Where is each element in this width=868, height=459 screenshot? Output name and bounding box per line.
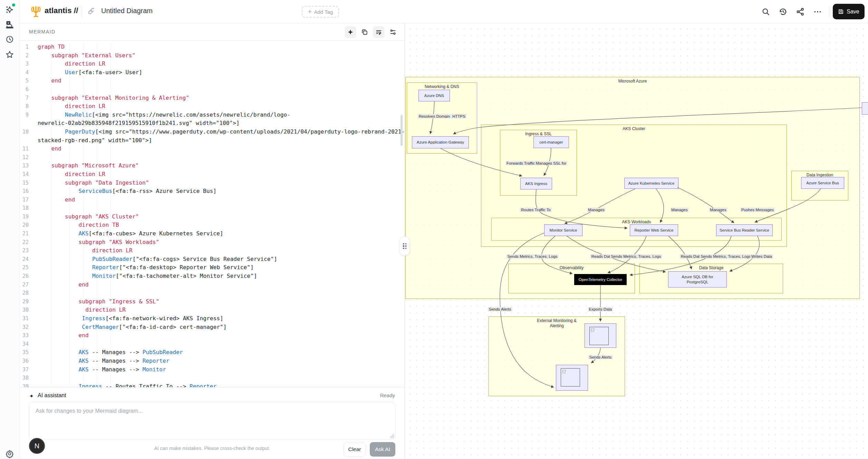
edge-label: Manages	[709, 208, 727, 212]
divider	[829, 6, 829, 17]
code-line[interactable]: 10PagerDuty[<img src="https://www.pagerd…	[20, 128, 405, 136]
code-line[interactable]: 25Reporter["<fa:fa-desktop> Reporter Web…	[20, 263, 405, 272]
ask-ai-button[interactable]: Ask AI	[370, 442, 395, 457]
sparkles-icon[interactable]	[5, 5, 14, 14]
code-line[interactable]: 35AKS -- Manages --> PubSubReader	[20, 348, 405, 357]
resize-handle-icon[interactable]	[389, 433, 395, 439]
edge-label: Sends Alerts	[488, 307, 512, 311]
code-editor[interactable]: 1graph TD2subgraph "External Users"3dire…	[20, 41, 405, 387]
search-icon[interactable]	[761, 7, 770, 16]
code-line[interactable]: 15subgraph "Data Ingestion"	[20, 179, 405, 187]
code-line[interactable]: 5end	[20, 77, 405, 85]
line-number	[20, 119, 33, 128]
floppy-icon	[838, 9, 844, 14]
gear-icon[interactable]	[5, 449, 14, 458]
workflow-settings-icon[interactable]	[387, 26, 399, 38]
document-title[interactable]: Untitled Diagram	[101, 7, 153, 15]
add-tag-button[interactable]: +Add Tag	[302, 6, 339, 18]
more-ellipsis-icon[interactable]	[813, 7, 822, 16]
copy-icon[interactable]	[359, 26, 370, 38]
pane-resize-handle[interactable]	[399, 236, 410, 256]
code-line[interactable]: 31Ingress[<fa:fa-network-wired> AKS Ingr…	[20, 314, 405, 323]
code-line[interactable]: 24PubSubReader["<fa:fa-cogs> Service Bus…	[20, 255, 405, 264]
ai-sparkle-icon[interactable]	[345, 26, 356, 38]
code-line[interactable]: 4User[<fa:fa-user> User]	[20, 68, 405, 77]
line-number: 17	[20, 196, 33, 204]
drag-dots-icon	[403, 243, 406, 249]
code-line[interactable]: 30direction LR	[20, 306, 405, 314]
user-avatar[interactable]: N	[29, 438, 45, 454]
code-line[interactable]: 1graph TD	[20, 43, 405, 51]
code-line[interactable]: 19subgraph "AKS Cluster"	[20, 213, 405, 221]
code-line[interactable]: 3direction LR	[20, 60, 405, 68]
code-line[interactable]: 13subgraph "Microsoft Azure"	[20, 162, 405, 170]
line-number: 10	[20, 128, 33, 136]
line-number: 16	[20, 187, 33, 196]
line-number: 31	[20, 314, 33, 323]
line-number: 26	[20, 272, 33, 281]
clear-button[interactable]: Clear	[344, 442, 366, 457]
code-line[interactable]: 34	[20, 340, 405, 349]
code-line[interactable]: 27end	[20, 281, 405, 289]
code-line[interactable]: 8direction LR	[20, 102, 405, 111]
code-line[interactable]: 36AKS -- Manages --> Reporter	[20, 357, 405, 365]
code-line[interactable]: 38	[20, 374, 405, 382]
star-icon[interactable]	[5, 50, 14, 59]
edge-label: Manages	[670, 208, 688, 212]
line-number: 13	[20, 162, 33, 170]
save-button[interactable]: Save	[833, 4, 865, 19]
edge-label: Sends Metrics, Traces, Logs	[610, 254, 662, 258]
atlantis-trident-logo-icon[interactable]	[30, 6, 41, 18]
history-clock-icon[interactable]	[5, 35, 14, 44]
code-line[interactable]: 16ServiceBus[<fa:fa-rss> Azure Service B…	[20, 187, 405, 196]
line-number: 25	[20, 263, 33, 272]
edge-label: Forwards Traffic	[505, 161, 536, 165]
code-line[interactable]: 11end	[20, 145, 405, 153]
ai-prompt-input[interactable]	[29, 402, 395, 439]
code-line[interactable]: 9NewRelic[<img src="https://newrelic.com…	[20, 111, 405, 119]
diagram-canvas[interactable]: Microsoft Azure Networking & DNS AKS Clu…	[405, 23, 868, 459]
code-line[interactable]: 12	[20, 153, 405, 162]
line-number: 5	[20, 77, 33, 85]
code-line[interactable]: 7subgraph "External Monitoring & Alertin…	[20, 94, 405, 102]
version-history-icon[interactable]	[779, 7, 788, 16]
edge-label: Resolves Domain	[418, 114, 451, 118]
line-number: 18	[20, 204, 33, 213]
code-line[interactable]: 17end	[20, 196, 405, 204]
code-line[interactable]: 2subgraph "External Users"	[20, 51, 405, 60]
line-number: 4	[20, 68, 33, 77]
code-line[interactable]: 37AKS -- Manages --> Monitor	[20, 365, 405, 374]
code-line[interactable]: newrelic-02ab29b835948f219159515910f1b24…	[20, 119, 405, 128]
code-line[interactable]: 39Ingress -- Routes Traffic To --> Repor…	[20, 382, 405, 387]
code-line[interactable]: 18	[20, 204, 405, 213]
code-line[interactable]: 21AKS[<fa:fa-cubes> Azure Kubernetes Ser…	[20, 230, 405, 238]
code-line[interactable]: 23direction LR	[20, 246, 405, 255]
code-line[interactable]: 22subgraph "AKS Workloads"	[20, 238, 405, 247]
code-line[interactable]: 32CertManager["<fa:fa-id-card> cert-mana…	[20, 323, 405, 332]
edge-label: Sends Alerts	[588, 355, 613, 359]
line-number: 1	[20, 43, 33, 51]
code-line[interactable]: 6	[20, 85, 405, 94]
editor-toolbar: MERMAID	[20, 23, 405, 41]
edge-label: Writes Data	[750, 254, 773, 258]
brand-name[interactable]: atlantis //	[45, 6, 78, 15]
code-line[interactable]: 28	[20, 289, 405, 297]
code-line[interactable]: 14direction LR	[20, 170, 405, 179]
diagram-edges	[405, 23, 868, 459]
line-number: 30	[20, 306, 33, 314]
code-line[interactable]: 33end	[20, 331, 405, 340]
code-line[interactable]: 26Monitor["<fa:fa-tachometer-alt> Monito…	[20, 272, 405, 281]
line-number: 39	[20, 382, 33, 387]
code-line[interactable]: 20direction TB	[20, 221, 405, 230]
line-number: 37	[20, 365, 33, 374]
editor-scrollbar-thumb[interactable]	[401, 115, 403, 146]
wrap-text-icon[interactable]	[373, 26, 385, 38]
code-line[interactable]: stacked-rgb-red.png" width="100">]	[20, 136, 405, 145]
line-number: 34	[20, 340, 33, 349]
share-icon[interactable]	[796, 7, 805, 16]
machine-icon[interactable]	[5, 20, 14, 29]
line-number: 20	[20, 221, 33, 230]
line-number: 14	[20, 170, 33, 179]
code-line[interactable]: 29subgraph "Ingress & SSL"	[20, 297, 405, 306]
divider	[82, 6, 82, 18]
